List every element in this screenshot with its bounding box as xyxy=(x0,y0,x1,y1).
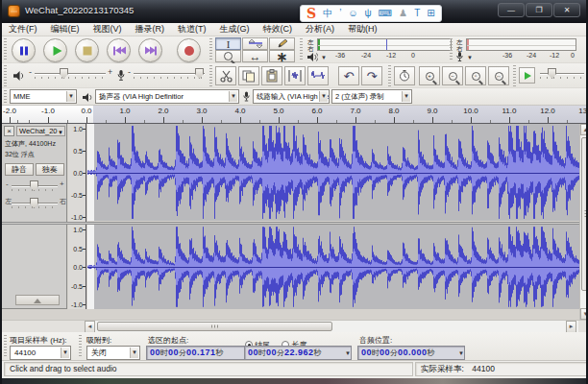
selection-end-field[interactable]: 00时00分22.962秒▼ xyxy=(244,346,352,360)
play-button[interactable] xyxy=(43,38,67,62)
title-bar[interactable]: WeChat_20220213170345 S 中 ’ ☺ ψ ⌨ ♟ T ⊞ … xyxy=(2,0,586,23)
menu-bar: 文件(F) 编辑(E) 视图(V) 播录(R) 轨道(T) 生成(G) 特效(C… xyxy=(2,23,586,36)
timeshift-tool-button[interactable]: ↔ xyxy=(242,50,268,62)
recording-meter-dropdown-icon[interactable]: ▼ xyxy=(467,55,473,60)
scroll-up-button[interactable]: ▲ xyxy=(580,124,588,135)
recording-meter[interactable] xyxy=(466,38,576,51)
skin-icon[interactable]: T xyxy=(414,9,420,18)
minimize-button[interactable]: — xyxy=(498,3,525,17)
playback-meter-grip[interactable] xyxy=(300,38,303,61)
sogou-logo-icon[interactable]: S xyxy=(306,6,316,21)
recording-meter-grip[interactable] xyxy=(450,38,453,61)
horizontal-scrollbar[interactable]: ◄ ► xyxy=(2,320,588,332)
envelope-tool-button[interactable] xyxy=(242,37,268,50)
menu-edit[interactable]: 编辑(E) xyxy=(44,23,86,36)
profile-icon[interactable]: ♟ xyxy=(399,9,407,18)
selection-start-field[interactable]: 00时00分00.171秒▼ xyxy=(146,346,254,360)
skip-to-end-button[interactable] xyxy=(138,38,162,62)
record-button[interactable] xyxy=(177,38,201,62)
track-control-panel[interactable]: × WeChat_20▼ 立体声, 44100Hz 32位 浮点 静音 独奏 -… xyxy=(2,124,67,309)
mixer-toolbar-grip[interactable] xyxy=(4,65,7,86)
edit-toolbar-grip[interactable] xyxy=(209,65,212,86)
waveform-channel-1[interactable] xyxy=(87,124,579,221)
horizontal-scroll-thumb[interactable] xyxy=(97,322,332,331)
soft-keyboard-icon[interactable]: ⌨ xyxy=(379,9,392,18)
play-at-speed-button[interactable] xyxy=(519,67,535,84)
sogou-input-toolbar[interactable]: S 中 ’ ☺ ψ ⌨ ♟ T ⊞ xyxy=(300,5,442,22)
speaker-icon[interactable] xyxy=(307,53,318,61)
silence-audio-button[interactable] xyxy=(307,66,329,85)
trim-audio-button[interactable] xyxy=(284,66,306,85)
scroll-down-button[interactable]: ▼ xyxy=(580,308,588,320)
track-name-menu[interactable]: WeChat_20▼ xyxy=(16,126,65,136)
vertical-scrollbar[interactable]: ▲ ▼ xyxy=(579,124,588,320)
microphone-icon[interactable] xyxy=(456,52,463,62)
selection-start-label: 选区的起点: xyxy=(148,335,188,346)
tools-toolbar-grip[interactable] xyxy=(209,38,212,61)
play-speed-slider[interactable] xyxy=(540,67,584,81)
snap-grip[interactable] xyxy=(79,335,82,358)
zoom-to-selection-button[interactable]: ▫ xyxy=(465,66,486,85)
toolbox-icon[interactable]: ⊞ xyxy=(427,9,434,18)
playback-volume-icon xyxy=(13,71,25,81)
audio-host-dropdown[interactable]: MME▼ xyxy=(10,89,77,104)
chinese-mode-icon[interactable]: 中 xyxy=(323,9,332,18)
timeline-ruler[interactable]: -2.0-1.00.01.02.03.04.05.06.07.08.09.010… xyxy=(2,106,588,124)
snap-to-dropdown[interactable]: 关闭▼ xyxy=(86,346,140,360)
menu-help[interactable]: 帮助(H) xyxy=(341,23,384,36)
redo-button[interactable]: ↷ xyxy=(361,66,382,85)
vertical-scroll-thumb[interactable] xyxy=(581,137,588,291)
multi-tool-button[interactable]: ∗ xyxy=(269,50,295,62)
playback-volume-slider[interactable] xyxy=(35,67,106,81)
menu-analyze[interactable]: 分析(A) xyxy=(299,23,341,36)
menu-transport[interactable]: 播录(R) xyxy=(129,23,172,36)
solo-button[interactable]: 独奏 xyxy=(36,163,64,176)
track-close-button[interactable]: × xyxy=(4,126,14,136)
vertical-ruler-label: 0.5 xyxy=(73,245,83,252)
zoom-tool-button[interactable] xyxy=(215,50,241,62)
skip-to-start-button[interactable] xyxy=(107,38,131,62)
selection-toolbar-grip[interactable] xyxy=(4,335,7,358)
zoom-in-button[interactable]: + xyxy=(419,66,440,85)
vertical-ruler-channel-2[interactable]: 1.00.50.0-0.5-1.0 xyxy=(68,225,86,309)
menu-generate[interactable]: 生成(G) xyxy=(213,23,257,36)
menu-view[interactable]: 视图(V) xyxy=(86,23,129,36)
timeline-label: -2.0 xyxy=(3,107,16,115)
playback-meter[interactable] xyxy=(317,38,452,51)
recording-device-dropdown[interactable]: 线路输入 (VIA High Definit▼ xyxy=(253,89,330,104)
stop-button[interactable] xyxy=(75,38,99,62)
menu-tracks[interactable]: 轨道(T) xyxy=(171,23,213,36)
pause-button[interactable] xyxy=(12,38,36,62)
punctuation-icon[interactable]: ’ xyxy=(339,9,341,18)
zoom-toolbar-grip[interactable] xyxy=(388,65,391,86)
gain-slider[interactable] xyxy=(12,180,58,192)
paste-button[interactable] xyxy=(261,66,282,85)
waveform-channel-2[interactable] xyxy=(87,225,579,309)
voice-input-icon[interactable]: ψ xyxy=(365,9,372,18)
undo-button[interactable]: ↶ xyxy=(338,66,359,85)
pan-slider[interactable] xyxy=(12,197,58,209)
zoom-fit-button[interactable]: ↔ xyxy=(488,66,509,85)
mute-button[interactable]: 静音 xyxy=(5,163,34,176)
device-toolbar-grip[interactable] xyxy=(4,90,7,104)
sync-lock-button[interactable] xyxy=(394,66,415,85)
audio-position-field[interactable]: 00时00分00.000秒▼ xyxy=(357,346,465,360)
playback-device-dropdown[interactable]: 扬声器 (VIA High Definitior▼ xyxy=(95,89,239,104)
transcription-toolbar-grip[interactable] xyxy=(513,65,516,86)
recording-volume-slider[interactable] xyxy=(134,67,205,81)
close-button[interactable]: ✕ xyxy=(553,3,580,17)
vertical-ruler-channel-1[interactable]: 1.00.50.0-0.5-1.0 xyxy=(68,124,86,222)
track-collapse-button[interactable] xyxy=(15,295,60,305)
playback-meter-dropdown-icon[interactable]: ▼ xyxy=(321,55,327,60)
recording-channels-dropdown[interactable]: 2 (立体声) 录制▼ xyxy=(331,89,412,104)
cut-button[interactable] xyxy=(215,66,236,85)
zoom-out-button[interactable]: − xyxy=(442,66,463,85)
selection-tool-button[interactable]: I xyxy=(215,37,241,50)
transport-toolbar-grip[interactable] xyxy=(4,38,7,61)
project-rate-dropdown[interactable]: 44100▼ xyxy=(10,346,71,360)
copy-button[interactable] xyxy=(238,66,259,85)
menu-effect[interactable]: 特效(C) xyxy=(257,23,300,36)
maximize-button[interactable]: ❐ xyxy=(526,3,552,17)
menu-file[interactable]: 文件(F) xyxy=(2,23,44,36)
emoji-icon[interactable]: ☺ xyxy=(348,9,357,18)
